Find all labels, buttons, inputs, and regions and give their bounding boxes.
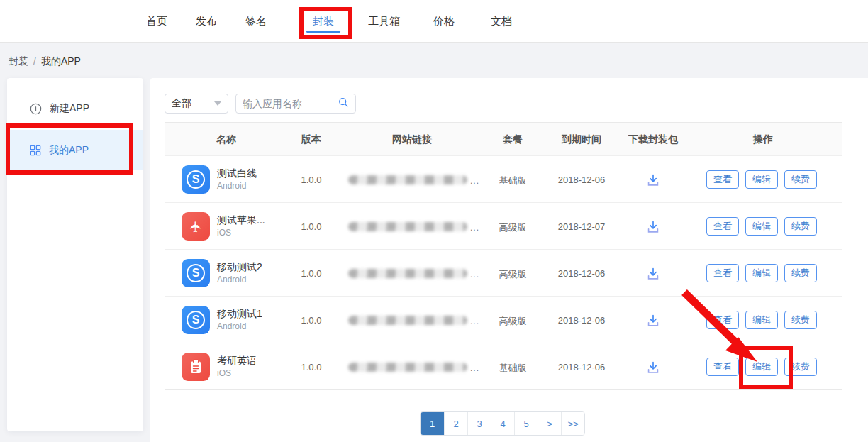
download-icon[interactable] <box>635 219 671 236</box>
top-navigation: 首页 发布 签名 封装 工具箱 价格 文档 <box>0 0 868 43</box>
page-2[interactable]: 2 <box>444 412 467 435</box>
main-panel: 全部 名称 版本 网站链接 套餐 到期时间 下载封装包 操作 S <box>150 78 868 442</box>
sidebar-item-my-app[interactable]: 我的APP <box>7 130 143 170</box>
nav-item-package[interactable]: 封装 <box>313 15 334 28</box>
page: 首页 发布 签名 封装 工具箱 价格 文档 封装/我的APP 新建APP 我的A… <box>0 0 868 442</box>
col-link: 网站链接 <box>392 133 432 146</box>
edit-button[interactable]: 编辑 <box>745 170 778 189</box>
col-actions: 操作 <box>753 133 773 146</box>
nav-item-docs[interactable]: 文档 <box>491 15 512 28</box>
link-ellipsis: ... <box>470 223 479 233</box>
col-expiry: 到期时间 <box>562 133 601 146</box>
link-ellipsis: ... <box>470 270 479 280</box>
nav-item-price[interactable]: 价格 <box>433 15 455 28</box>
col-package: 套餐 <box>503 133 523 146</box>
website-link-redacted <box>348 316 467 325</box>
website-link-redacted <box>348 269 467 278</box>
sidebar: 新建APP 我的APP <box>7 78 143 431</box>
col-download: 下载封装包 <box>628 133 678 146</box>
breadcrumb: 封装/我的APP <box>9 55 81 68</box>
page-next[interactable]: > <box>538 412 561 435</box>
category-select[interactable]: 全部 <box>165 94 228 114</box>
view-button[interactable]: 查看 <box>706 170 739 189</box>
package-cell: 高级版 <box>488 221 538 234</box>
version-cell: 1.0.0 <box>286 268 337 279</box>
edit-button[interactable]: 编辑 <box>745 311 778 329</box>
row-actions: 查看 编辑 续费 <box>706 311 817 329</box>
website-link-redacted <box>348 363 467 372</box>
table-row: ✈ 测试苹果... iOS 1.0.0 ... 高级版 2018-12-07 查… <box>165 202 842 249</box>
s-logo-icon: S <box>182 306 210 334</box>
row-actions: 查看 编辑 续费 <box>706 358 817 376</box>
col-version: 版本 <box>301 133 321 146</box>
page-4[interactable]: 4 <box>491 412 514 435</box>
nav-item-toolbox[interactable]: 工具箱 <box>368 15 400 28</box>
table-row: S 移动测试1 Android 1.0.0 ... 高级版 2018-12-06… <box>165 296 842 343</box>
category-select-value: 全部 <box>172 97 191 110</box>
view-button[interactable]: 查看 <box>706 264 739 282</box>
renew-button[interactable]: 续费 <box>784 311 817 329</box>
expiry-cell: 2018-12-07 <box>547 221 616 232</box>
nav-item-home[interactable]: 首页 <box>146 15 167 28</box>
expiry-cell: 2018-12-06 <box>547 268 616 279</box>
s-logo-icon: S <box>182 165 210 194</box>
table-row: S 移动测试2 Android 1.0.0 ... 高级版 2018-12-06… <box>165 249 842 296</box>
renew-button[interactable]: 续费 <box>784 264 817 282</box>
row-actions: 查看 编辑 续费 <box>706 217 817 236</box>
chevron-down-icon <box>214 101 221 106</box>
edit-button[interactable]: 编辑 <box>745 358 778 376</box>
pagination: 1 2 3 4 5 > >> <box>420 411 585 436</box>
page-last[interactable]: >> <box>561 412 584 435</box>
airplane-icon: ✈ <box>182 212 210 241</box>
renew-button[interactable]: 续费 <box>784 358 817 376</box>
row-actions: 查看 编辑 续费 <box>706 170 817 189</box>
link-ellipsis: ... <box>470 316 479 326</box>
download-icon[interactable] <box>635 265 671 282</box>
edit-button[interactable]: 编辑 <box>745 264 778 282</box>
s-logo-icon: S <box>182 259 210 287</box>
page-1[interactable]: 1 <box>421 412 444 435</box>
expiry-cell: 2018-12-06 <box>547 315 616 326</box>
link-ellipsis: ... <box>470 176 479 186</box>
table-row: S 测试白线 Android 1.0.0 ... 基础版 2018-12-06 … <box>165 155 842 202</box>
download-icon[interactable] <box>635 172 671 189</box>
breadcrumb-current: 我的APP <box>41 55 81 67</box>
app-table: 名称 版本 网站链接 套餐 到期时间 下载封装包 操作 S 测试白线 Andro… <box>165 122 842 390</box>
nav-item-sign[interactable]: 签名 <box>245 15 267 28</box>
grid-icon <box>30 145 41 156</box>
table-row: 考研英语 iOS 1.0.0 ... 基础版 2018-12-06 查看 编辑 … <box>165 343 842 389</box>
breadcrumb-parent[interactable]: 封装 <box>9 55 28 67</box>
search-icon[interactable] <box>338 96 349 111</box>
version-cell: 1.0.0 <box>286 362 337 372</box>
plus-circle-icon <box>30 103 42 115</box>
sidebar-item-new-app[interactable]: 新建APP <box>7 94 143 123</box>
search-box <box>235 94 356 114</box>
sidebar-item-label: 新建APP <box>50 102 89 115</box>
version-cell: 1.0.0 <box>286 315 337 326</box>
clipboard-icon <box>182 353 210 381</box>
expiry-cell: 2018-12-06 <box>547 362 616 372</box>
edit-button[interactable]: 编辑 <box>745 217 778 236</box>
package-cell: 高级版 <box>488 315 538 328</box>
view-button[interactable]: 查看 <box>706 217 739 236</box>
package-cell: 基础版 <box>488 175 538 187</box>
view-button[interactable]: 查看 <box>706 311 739 329</box>
nav-item-publish[interactable]: 发布 <box>196 15 217 28</box>
search-input[interactable] <box>243 98 338 109</box>
download-icon[interactable] <box>635 359 671 376</box>
renew-button[interactable]: 续费 <box>784 217 817 236</box>
table-header: 名称 版本 网站链接 套餐 到期时间 下载封装包 操作 <box>165 123 842 155</box>
col-name: 名称 <box>216 133 236 146</box>
renew-button[interactable]: 续费 <box>784 170 817 189</box>
version-cell: 1.0.0 <box>286 175 337 185</box>
package-cell: 高级版 <box>488 268 538 281</box>
page-3[interactable]: 3 <box>467 412 491 435</box>
website-link-redacted <box>348 222 467 231</box>
breadcrumb-separator: / <box>33 55 36 67</box>
sidebar-item-label: 我的APP <box>49 144 89 157</box>
page-5[interactable]: 5 <box>514 412 538 435</box>
link-ellipsis: ... <box>470 363 479 373</box>
expiry-cell: 2018-12-06 <box>547 175 616 185</box>
download-icon[interactable] <box>635 312 671 329</box>
view-button[interactable]: 查看 <box>706 358 739 376</box>
